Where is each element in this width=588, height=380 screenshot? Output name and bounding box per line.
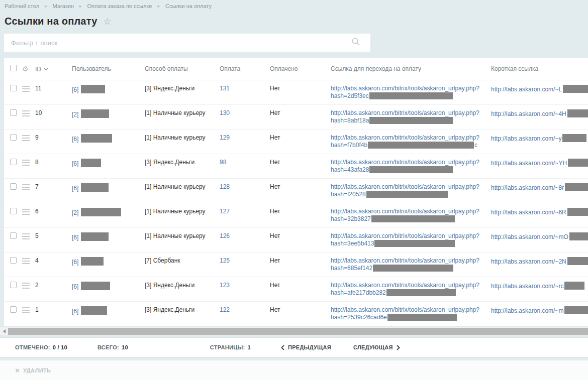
row-actions-menu-icon[interactable] bbox=[22, 306, 30, 315]
payment-link[interactable]: 122 bbox=[220, 306, 230, 313]
payment-link[interactable]: 126 bbox=[220, 232, 230, 239]
scroll-left-button[interactable] bbox=[0, 327, 8, 335]
payment-link[interactable]: 129 bbox=[220, 134, 230, 141]
gear-icon[interactable]: ⚙ bbox=[22, 65, 29, 73]
row-checkbox[interactable] bbox=[10, 282, 17, 288]
next-page-button[interactable]: СЛЕДУЮЩАЯ bbox=[353, 344, 404, 350]
row-user: [6] bbox=[72, 252, 145, 266]
previous-page-button[interactable]: ПРЕДЫДУЩАЯ bbox=[277, 344, 331, 350]
scrollbar-thumb[interactable] bbox=[8, 328, 588, 335]
row-actions-menu-icon[interactable] bbox=[22, 208, 30, 216]
row-checkbox[interactable] bbox=[10, 134, 17, 141]
row-pay-link-cell: http://labs.askaron.com/bitrix/tools/ask… bbox=[331, 252, 491, 272]
payment-link[interactable]: 125 bbox=[220, 257, 230, 264]
row-user: [6] bbox=[72, 80, 145, 94]
payment-link[interactable]: 123 bbox=[220, 282, 230, 289]
column-header-id[interactable]: ID bbox=[35, 65, 72, 73]
row-menu-cell bbox=[22, 80, 35, 95]
column-header-method[interactable]: Способ оплаты bbox=[145, 65, 220, 72]
select-all-cell bbox=[4, 65, 22, 73]
user-link[interactable]: [6] bbox=[72, 259, 78, 266]
user-link[interactable]: [6] bbox=[72, 308, 78, 315]
row-checkbox[interactable] bbox=[10, 159, 17, 165]
select-all-checkbox[interactable] bbox=[10, 65, 17, 71]
row-actions-menu-icon[interactable] bbox=[22, 257, 30, 266]
row-actions-menu-icon[interactable] bbox=[22, 159, 30, 167]
table-header: ⚙ ID Пользователь Способ оплаты Оплата О… bbox=[4, 58, 588, 80]
pay-url-link[interactable]: http://labs.askaron.com/bitrix/tools/ask… bbox=[331, 134, 479, 149]
total-label: ВСЕГО: bbox=[97, 344, 119, 350]
row-checkbox[interactable] bbox=[10, 85, 17, 91]
column-header-paid[interactable]: Оплачено bbox=[270, 65, 331, 72]
favorite-star-icon[interactable]: ☆ bbox=[103, 16, 111, 27]
column-header-pay-link[interactable]: Ссылка для перехода на оплату bbox=[331, 65, 491, 72]
user-link[interactable]: [6] bbox=[72, 160, 78, 167]
pay-url-link[interactable]: http://labs.askaron.com/bitrix/tools/ask… bbox=[331, 208, 479, 222]
redacted-user-name bbox=[81, 159, 101, 167]
user-link[interactable]: [6] bbox=[72, 234, 78, 241]
short-url-link[interactable]: http://labs.askaron.com/~4H bbox=[491, 110, 588, 117]
user-link[interactable]: [6] bbox=[72, 185, 78, 192]
redacted-hash bbox=[386, 289, 456, 296]
filter-search-input[interactable] bbox=[4, 34, 351, 52]
pay-url-link[interactable]: http://labs.askaron.com/bitrix/tools/ask… bbox=[331, 85, 479, 99]
pay-url-link[interactable]: http://labs.askaron.com/bitrix/tools/ask… bbox=[331, 183, 479, 198]
breadcrumb-item: Ссылки на оплату bbox=[165, 3, 212, 9]
payment-link[interactable]: 131 bbox=[220, 85, 230, 92]
row-checkbox[interactable] bbox=[10, 109, 17, 116]
short-url-link[interactable]: http://labs.askaron.com/~2N bbox=[491, 258, 588, 265]
row-menu-cell bbox=[22, 179, 35, 194]
search-icon[interactable] bbox=[351, 37, 366, 48]
breadcrumb-item[interactable]: Рабочий стол bbox=[5, 3, 39, 9]
row-checkbox[interactable] bbox=[10, 183, 17, 190]
pay-url-link[interactable]: http://labs.askaron.com/bitrix/tools/ask… bbox=[331, 232, 479, 247]
pages-label: СТРАНИЦЫ: bbox=[210, 344, 245, 350]
short-url-link[interactable]: http://labs.askaron.com/~mO bbox=[491, 233, 588, 240]
row-checkbox[interactable] bbox=[10, 208, 17, 214]
row-actions-menu-icon[interactable] bbox=[22, 134, 30, 143]
pay-url-link[interactable]: http://labs.askaron.com/bitrix/tools/ask… bbox=[331, 282, 479, 296]
row-checkbox[interactable] bbox=[10, 232, 17, 239]
short-url-link[interactable]: http://labs.askaron.com/~6R bbox=[491, 209, 588, 216]
delete-button[interactable]: × УДАЛИТЬ bbox=[15, 366, 51, 374]
user-link[interactable]: [6] bbox=[72, 136, 78, 143]
row-actions-menu-icon[interactable] bbox=[22, 282, 30, 290]
pay-url-link[interactable]: http://labs.askaron.com/bitrix/tools/ask… bbox=[331, 257, 479, 272]
breadcrumb-item[interactable]: Оплата заказа по ссылке bbox=[87, 3, 152, 9]
pay-url-link[interactable]: http://labs.askaron.com/bitrix/tools/ask… bbox=[331, 159, 479, 173]
row-actions-menu-icon[interactable] bbox=[22, 232, 30, 241]
breadcrumb-item[interactable]: Магазин bbox=[53, 3, 74, 9]
user-link[interactable]: [6] bbox=[72, 283, 78, 290]
row-short-link-cell: http://labs.askaron.com/~y bbox=[491, 130, 588, 143]
payment-link[interactable]: 130 bbox=[220, 109, 230, 116]
column-header-short-link[interactable]: Короткая ссылка bbox=[491, 65, 588, 72]
short-url-link[interactable]: http://labs.askaron.com/~m bbox=[491, 307, 588, 314]
short-url-link[interactable]: http://labs.askaron.com/~rc bbox=[491, 283, 584, 290]
short-url-link[interactable]: http://labs.askaron.com/~YH bbox=[491, 160, 588, 167]
user-link[interactable]: [2] bbox=[72, 209, 78, 216]
column-header-payment[interactable]: Оплата bbox=[220, 65, 270, 72]
pay-url-link[interactable]: http://labs.askaron.com/bitrix/tools/ask… bbox=[331, 306, 479, 321]
horizontal-scrollbar bbox=[0, 327, 588, 335]
total-value: 10 bbox=[122, 344, 128, 350]
row-menu-cell bbox=[22, 130, 35, 145]
row-checkbox[interactable] bbox=[10, 257, 17, 264]
table-row: 7 [6] [1] Наличные курьеру 128 Нет http:… bbox=[4, 179, 588, 203]
user-link[interactable]: [6] bbox=[72, 86, 78, 93]
short-url-link[interactable]: http://labs.askaron.com/~L bbox=[491, 86, 588, 93]
payment-link[interactable]: 98 bbox=[220, 159, 226, 166]
payment-link[interactable]: 127 bbox=[220, 208, 230, 215]
user-link[interactable]: [2] bbox=[72, 111, 78, 118]
column-header-user[interactable]: Пользователь bbox=[72, 65, 145, 72]
row-actions-menu-icon[interactable] bbox=[22, 85, 30, 93]
short-url-link[interactable]: http://labs.askaron.com/~y bbox=[491, 135, 586, 142]
pay-url-link[interactable]: http://labs.askaron.com/bitrix/tools/ask… bbox=[331, 109, 479, 124]
table-row: 5 [6] [1] Наличные курьеру 126 Нет http:… bbox=[4, 228, 588, 252]
row-payment-cell: 128 bbox=[220, 179, 270, 191]
payment-link[interactable]: 128 bbox=[220, 183, 230, 190]
row-checkbox[interactable] bbox=[10, 306, 17, 313]
row-actions-menu-icon[interactable] bbox=[22, 183, 30, 192]
short-url-link[interactable]: http://labs.askaron.com/~8r bbox=[491, 184, 588, 191]
row-id: 1 bbox=[35, 302, 72, 314]
row-actions-menu-icon[interactable] bbox=[22, 109, 30, 118]
